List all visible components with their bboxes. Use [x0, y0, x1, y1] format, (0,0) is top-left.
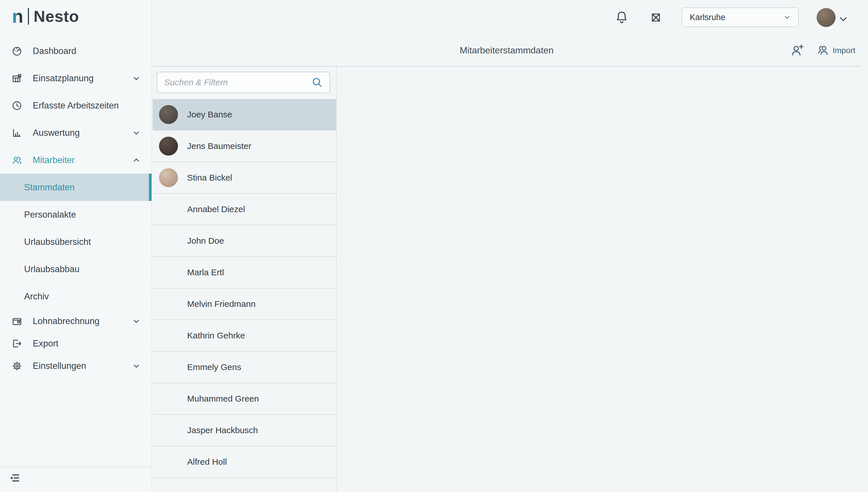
logo-mark-letter-accent: n	[12, 7, 17, 26]
chevron-down-icon	[132, 362, 141, 370]
location-select-value: Karlsruhe	[690, 13, 725, 22]
avatar	[159, 389, 178, 408]
nesto-logo[interactable]: n n Nesto	[12, 7, 79, 26]
avatar	[159, 137, 178, 155]
dashboard-icon	[11, 46, 22, 56]
sidebar-item-export[interactable]: Export	[0, 333, 152, 355]
collapse-menu-icon	[8, 481, 21, 485]
employee-name: Kathrin Gehrke	[187, 331, 245, 340]
avatar	[159, 358, 178, 377]
sidebar-nav: Dashboard Einsatzplanung Erfasste Arbeit…	[0, 37, 152, 377]
employee-row[interactable]: Marla Ertl	[153, 257, 336, 289]
employee-row[interactable]: Joey Banse	[153, 99, 336, 131]
sidebar-subitem-urlaubsuebersicht[interactable]: Urlaubsübersicht	[0, 228, 152, 255]
user-menu-button[interactable]	[838, 13, 849, 26]
sidebar-collapse-button[interactable]	[8, 471, 21, 486]
chevron-down-icon	[838, 21, 849, 26]
sidebar-subitem-archiv[interactable]: Archiv	[0, 283, 152, 310]
search-input[interactable]	[164, 77, 311, 88]
planning-grid-icon	[11, 73, 22, 84]
chevron-up-icon	[132, 156, 141, 165]
avatar	[159, 484, 178, 492]
import-button[interactable]: Import	[817, 43, 855, 58]
sidebar-item-erfasste-arbeitszeiten[interactable]: Erfasste Arbeitszeiten	[0, 92, 152, 119]
sidebar-item-label: Export	[33, 339, 58, 349]
page-title: Mitarbeiterstammdaten	[460, 45, 553, 56]
chevron-down-icon	[132, 129, 141, 137]
logo-text: Nesto	[33, 7, 79, 26]
sidebar-item-einstellungen[interactable]: Einstellungen	[0, 355, 152, 377]
avatar	[159, 421, 178, 440]
people-icon	[11, 155, 22, 166]
employee-list: Joey Banse Jens Baumeister Stina Bickel …	[153, 99, 336, 492]
employee-name: Jens Baumeister	[187, 141, 251, 151]
bar-chart-icon	[11, 127, 22, 138]
employee-name: Stina Bickel	[187, 173, 232, 182]
sidebar-subitem-label: Urlaubsübersicht	[24, 237, 91, 247]
avatar	[159, 263, 178, 282]
add-employee-button[interactable]	[790, 43, 804, 58]
employee-row[interactable]: Emmely Gens	[153, 352, 336, 383]
sidebar-item-label: Erfasste Arbeitszeiten	[33, 100, 119, 111]
sidebar-subitem-label: Stammdaten	[24, 182, 75, 193]
search-icon[interactable]	[311, 76, 323, 89]
employee-row[interactable]: Jasper Hackbusch	[153, 415, 336, 446]
sidebar-item-dashboard[interactable]: Dashboard	[0, 37, 152, 65]
employee-row[interactable]: Annabel Diezel	[153, 194, 336, 225]
logo-mark-icon: n n	[12, 7, 23, 26]
gear-icon	[11, 361, 22, 371]
person-add-icon	[790, 43, 804, 58]
avatar	[159, 231, 178, 250]
location-select[interactable]: Karlsruhe	[682, 7, 799, 27]
fullscreen-button[interactable]	[650, 11, 662, 25]
avatar	[159, 200, 178, 219]
sidebar-subitem-urlaubsabbau[interactable]: Urlaubsabbau	[0, 255, 152, 283]
sidebar-subitem-stammdaten[interactable]: Stammdaten	[0, 174, 152, 201]
import-button-label: Import	[833, 46, 855, 55]
employee-row[interactable]: Jens Baumeister	[153, 131, 336, 162]
user-avatar[interactable]	[817, 8, 836, 27]
expand-icon	[650, 20, 662, 24]
notifications-button[interactable]	[615, 10, 628, 25]
avatar	[159, 295, 178, 314]
sidebar: n n Nesto Dashboard Einsatzplanung	[0, 0, 152, 492]
search-box	[157, 72, 330, 93]
sidebar-item-label: Lohnabrechnung	[33, 316, 100, 326]
employee-name: Annabel Diezel	[187, 204, 245, 214]
employee-name: Melvin Friedmann	[187, 299, 255, 309]
employee-row[interactable]: Alfred Holl	[153, 446, 336, 478]
employee-name: Emmely Gens	[187, 362, 241, 372]
avatar	[159, 326, 178, 345]
sidebar-subitem-label: Personalakte	[24, 210, 76, 220]
sidebar-item-label: Dashboard	[33, 46, 76, 56]
employee-row[interactable]: Stina Bickel	[153, 162, 336, 194]
sidebar-item-auswertung[interactable]: Auswertung	[0, 119, 152, 146]
employee-row[interactable]: John Doe	[153, 225, 336, 257]
clock-icon	[11, 100, 22, 111]
sidebar-item-einsatzplanung[interactable]: Einsatzplanung	[0, 65, 152, 92]
chevron-down-icon	[132, 317, 141, 325]
wallet-icon	[11, 316, 22, 327]
sidebar-subitem-personalakte[interactable]: Personalakte	[0, 201, 152, 228]
sidebar-subitem-label: Urlaubsabbau	[24, 264, 79, 274]
employee-name: Muhammed Green	[187, 394, 259, 403]
export-icon	[11, 338, 22, 349]
employee-row[interactable]	[153, 478, 336, 492]
employee-row[interactable]: Muhammed Green	[153, 383, 336, 415]
employee-row[interactable]: Melvin Friedmann	[153, 289, 336, 320]
chevron-down-icon	[783, 14, 791, 21]
employee-row[interactable]: Kathrin Gehrke	[153, 320, 336, 352]
sidebar-item-mitarbeiter[interactable]: Mitarbeiter	[0, 146, 152, 174]
sidebar-item-label: Auswertung	[33, 128, 80, 138]
employee-name: Marla Ertl	[187, 268, 224, 277]
logo-divider	[28, 8, 29, 25]
employee-name: Jasper Hackbusch	[187, 425, 258, 435]
header-actions: Import	[790, 34, 855, 67]
sidebar-subitem-label: Archiv	[24, 291, 49, 302]
employee-list-panel: Joey Banse Jens Baumeister Stina Bickel …	[153, 67, 337, 492]
sidebar-item-label: Einsatzplanung	[33, 73, 94, 83]
avatar	[159, 168, 178, 187]
sidebar-item-lohnabrechnung[interactable]: Lohnabrechnung	[0, 310, 152, 333]
chevron-down-icon	[132, 74, 141, 83]
import-people-icon	[817, 43, 830, 58]
